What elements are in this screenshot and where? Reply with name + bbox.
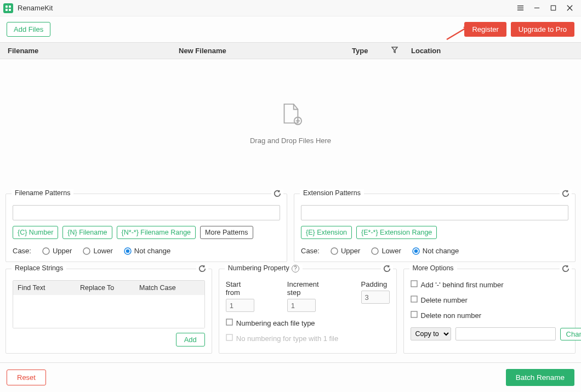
footer: Reset Batch Rename <box>0 362 581 392</box>
panel-legend: Replace Strings <box>12 264 66 272</box>
refresh-icon[interactable] <box>196 265 208 274</box>
replace-table: Find Text Replace To Match Case <box>13 280 205 328</box>
reset-button[interactable]: Reset <box>7 370 46 385</box>
maximize-button[interactable] <box>545 1 561 16</box>
no-numbering-1file-checkbox: No numbering for type with 1 file <box>226 334 390 343</box>
column-replace-to[interactable]: Replace To <box>76 281 135 295</box>
panel-legend: Numbering Property? <box>225 264 303 272</box>
more-patterns-button[interactable]: More Patterns <box>200 226 253 239</box>
more-options-panel: More Options Add '-' behind first number… <box>403 269 576 354</box>
app-icon <box>3 3 13 13</box>
add-dash-checkbox[interactable]: Add '-' behind first number <box>411 280 568 289</box>
token-n-filename[interactable]: {N} Filename <box>62 226 112 239</box>
filename-patterns-panel: Filename Patterns {C} Number {N} Filenam… <box>5 194 287 262</box>
dropzone[interactable]: Drag and Drop Files Here <box>0 59 581 187</box>
padding-label: Padding <box>361 280 390 288</box>
app-title: RenameKit <box>18 4 53 12</box>
titlebar: RenameKit <box>0 0 581 16</box>
svg-rect-8 <box>551 5 555 10</box>
filename-pattern-input[interactable] <box>13 205 280 220</box>
svg-rect-26 <box>226 334 232 340</box>
refresh-icon[interactable] <box>560 190 572 199</box>
column-find[interactable]: Find Text <box>13 281 76 295</box>
svg-point-17 <box>43 248 49 254</box>
replace-strings-panel: Replace Strings Find Text Replace To Mat… <box>5 269 212 354</box>
hamburger-menu-icon[interactable] <box>512 1 528 16</box>
token-n-range[interactable]: {N*-*} Filename Range <box>117 226 196 239</box>
token-e-extension[interactable]: {E} Extension <box>301 226 352 239</box>
topbar: Add Files Register Upgrade to Pro <box>0 16 581 42</box>
batch-rename-button[interactable]: Batch Rename <box>506 369 574 387</box>
column-filename[interactable]: Filename <box>0 43 173 59</box>
column-new-filename[interactable]: New Filename <box>173 43 346 59</box>
svg-point-24 <box>414 249 418 253</box>
dropzone-text: Drag and Drop Files Here <box>250 137 331 145</box>
refresh-icon[interactable] <box>271 190 283 199</box>
panel-legend: Filename Patterns <box>12 189 73 197</box>
extension-patterns-panel: Extension Patterns {E} Extension {E*-*} … <box>294 194 576 262</box>
radio-upper[interactable]: Upper <box>331 247 360 255</box>
case-label: Case: <box>13 247 31 255</box>
svg-marker-13 <box>392 47 397 53</box>
minimize-button[interactable] <box>528 1 545 16</box>
radio-lower[interactable]: Lower <box>83 247 112 255</box>
svg-rect-28 <box>411 296 417 302</box>
start-from-input[interactable] <box>226 299 254 312</box>
add-replace-button[interactable]: Add <box>176 333 205 346</box>
panel-legend: More Options <box>409 264 457 272</box>
register-button[interactable]: Register <box>464 22 506 37</box>
case-label: Case: <box>301 247 320 255</box>
panel-legend: Extension Patterns <box>300 189 364 197</box>
radio-not-change[interactable]: Not change <box>412 247 459 255</box>
column-type-label: Type <box>352 47 368 55</box>
file-table-header: Filename New Filename Type Location <box>0 42 581 59</box>
replace-table-body <box>13 295 204 328</box>
svg-point-22 <box>372 248 378 254</box>
radio-not-change[interactable]: Not change <box>124 247 171 255</box>
copy-to-path-input[interactable] <box>455 327 556 340</box>
column-location[interactable]: Location <box>406 43 581 59</box>
refresh-icon[interactable] <box>560 265 572 274</box>
refresh-icon[interactable] <box>381 265 393 274</box>
delete-number-checkbox[interactable]: Delete number <box>411 296 568 304</box>
svg-rect-29 <box>411 311 417 317</box>
svg-point-20 <box>126 249 130 253</box>
svg-point-18 <box>83 248 90 254</box>
delete-non-number-checkbox[interactable]: Delete non number <box>411 311 568 320</box>
padding-input[interactable] <box>361 291 390 304</box>
svg-rect-0 <box>5 5 8 8</box>
column-type[interactable]: Type <box>346 43 406 59</box>
svg-rect-25 <box>226 319 232 325</box>
radio-lower[interactable]: Lower <box>371 247 401 255</box>
svg-rect-2 <box>5 9 8 11</box>
column-match-case[interactable]: Match Case <box>135 281 204 295</box>
copy-to-select[interactable]: Copy to <box>411 327 451 340</box>
file-plus-icon <box>278 102 303 129</box>
radio-upper[interactable]: Upper <box>42 247 72 255</box>
extension-pattern-input[interactable] <box>301 205 568 220</box>
upgrade-button[interactable]: Upgrade to Pro <box>511 22 574 37</box>
token-e-range[interactable]: {E*-*} Extension Range <box>356 226 437 239</box>
start-from-label: Start from <box>226 280 254 297</box>
numbering-each-type-checkbox[interactable]: Numbering each file type <box>226 319 390 327</box>
svg-rect-1 <box>9 5 11 8</box>
help-icon[interactable]: ? <box>292 265 299 272</box>
numbering-panel: Numbering Property? Start from Increment… <box>219 269 397 354</box>
increment-label: Increment step <box>287 280 328 297</box>
svg-rect-3 <box>9 9 11 11</box>
increment-input[interactable] <box>287 299 316 312</box>
token-c-number[interactable]: {C} Number <box>13 226 58 239</box>
close-button[interactable] <box>561 1 578 16</box>
svg-rect-27 <box>411 281 417 287</box>
change-button[interactable]: Change <box>560 328 581 340</box>
svg-point-21 <box>331 248 338 254</box>
add-files-button[interactable]: Add Files <box>7 22 50 37</box>
filter-icon[interactable] <box>391 47 398 55</box>
